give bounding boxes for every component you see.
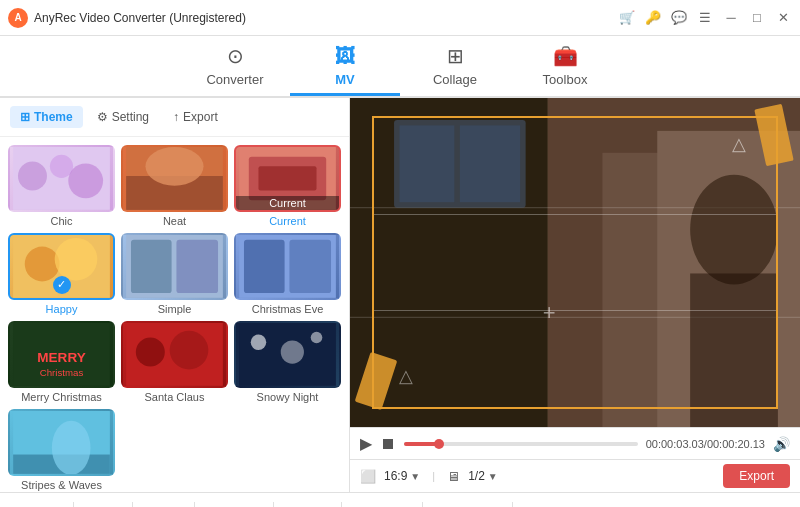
theme-grid: Chic Neat Current Current ✓: [0, 137, 349, 492]
ahead-button[interactable]: + + Ahead: [199, 501, 269, 508]
backward-button[interactable]: ▷ Backward: [427, 501, 508, 508]
separator: |: [432, 470, 435, 482]
title-bar-controls: 🛒 🔑 💬 ☰ ─ □ ✕: [618, 9, 792, 27]
svg-point-28: [311, 331, 323, 343]
title-bar: A AnyRec Video Converter (Unregistered) …: [0, 0, 800, 36]
theme-item-snowy[interactable]: Snowy Night: [234, 321, 341, 403]
subtab-export-label: Export: [183, 110, 218, 124]
chat-icon[interactable]: 💬: [670, 9, 688, 27]
time-current: 00:00:03.03: [646, 438, 704, 450]
app-title: AnyRec Video Converter (Unregistered): [34, 11, 246, 25]
svg-point-23: [136, 337, 165, 366]
current-label: Current: [236, 196, 339, 210]
theme-item-current[interactable]: Current Current: [234, 145, 341, 227]
close-button[interactable]: ✕: [774, 9, 792, 27]
svg-point-24: [170, 330, 209, 369]
cart-icon[interactable]: 🛒: [618, 9, 636, 27]
theme-label-simple: Simple: [158, 303, 192, 315]
volume-icon[interactable]: 🔊: [773, 436, 790, 452]
separator-6: [422, 502, 423, 508]
theme-label-christmas: Christmas Eve: [252, 303, 324, 315]
converter-icon: ⊙: [227, 44, 244, 68]
theme-thumb-snowy: [234, 321, 341, 388]
nav-tabs: ⊙ Converter 🖼 MV ⊞ Collage 🧰 Toolbox: [0, 36, 800, 98]
tab-toolbox[interactable]: 🧰 Toolbox: [510, 38, 620, 96]
svg-rect-17: [244, 240, 285, 293]
svg-rect-14: [131, 240, 172, 293]
video-preview: △ △ +: [350, 98, 800, 427]
screen-icon: ⬜: [360, 469, 376, 484]
sub-tabs: ⊞ Theme ⚙ Setting ↑ Export: [0, 98, 349, 137]
toolbox-icon: 🧰: [553, 44, 578, 68]
tab-converter-label: Converter: [206, 72, 263, 87]
tab-mv[interactable]: 🖼 MV: [290, 38, 400, 96]
video-controls2: ⬜ 16:9 ▼ | 🖥 1/2 ▼ Export: [350, 459, 800, 492]
separator-7: [512, 502, 513, 508]
separator-4: [273, 502, 274, 508]
arrow-top-right-icon: △: [732, 133, 746, 155]
svg-rect-18: [289, 240, 331, 293]
theme-item-santa[interactable]: Santa Claus: [121, 321, 228, 403]
aspect-dropdown-icon: ▼: [410, 471, 420, 482]
theme-thumb-merry: MERRYChristmas: [8, 321, 115, 388]
left-panel: ⊞ Theme ⚙ Setting ↑ Export Chic: [0, 98, 350, 492]
theme-label-happy: Happy: [46, 303, 78, 315]
edit-button[interactable]: ✦ Edit: [78, 501, 128, 508]
subtab-setting[interactable]: ⚙ Setting: [87, 106, 159, 128]
tab-toolbox-label: Toolbox: [543, 72, 588, 87]
time-display: 00:00:03.03/00:00:20.13: [646, 438, 765, 450]
separator-3: [194, 502, 195, 508]
theme-thumb-simple: [121, 233, 228, 300]
progress-bar[interactable]: [404, 442, 638, 446]
maximize-button[interactable]: □: [748, 9, 766, 27]
separator-1: [73, 502, 74, 508]
theme-thumb-chic: [8, 145, 115, 212]
theme-subtab-icon: ⊞: [20, 110, 30, 124]
arrow-bottom-left-icon: △: [399, 365, 413, 387]
key-icon[interactable]: 🔑: [644, 9, 662, 27]
subtab-setting-label: Setting: [112, 110, 149, 124]
minimize-button[interactable]: ─: [722, 9, 740, 27]
forward-button[interactable]: ◁ Forward: [346, 501, 418, 508]
theme-thumb-current: Current: [234, 145, 341, 212]
subtab-theme[interactable]: ⊞ Theme: [10, 106, 83, 128]
theme-thumb-christmas: [234, 233, 341, 300]
theme-label-current: Current: [269, 215, 306, 227]
add-button[interactable]: + Add ▼: [10, 501, 69, 508]
theme-item-stripes[interactable]: Stripes & Waves: [8, 409, 115, 491]
stop-button[interactable]: ⏹: [380, 435, 396, 453]
theme-item-merry[interactable]: MERRYChristmas Merry Christmas: [8, 321, 115, 403]
theme-item-chic[interactable]: Chic: [8, 145, 115, 227]
theme-label-merry: Merry Christmas: [21, 391, 102, 403]
progress-fill: [404, 442, 439, 446]
progress-dot: [434, 439, 444, 449]
aspect-ratio-select[interactable]: 16:9 ▼: [384, 469, 420, 483]
export-button[interactable]: Export: [723, 464, 790, 488]
play-button[interactable]: ▶: [360, 434, 372, 453]
theme-item-neat[interactable]: Neat: [121, 145, 228, 227]
theme-item-christmas[interactable]: Christmas Eve: [234, 233, 341, 315]
bottom-toolbar: + Add ▼ ✦ Edit ✂ Trim + + Ahead | Behind…: [0, 492, 800, 507]
theme-label-snowy: Snowy Night: [257, 391, 319, 403]
svg-point-12: [55, 238, 98, 281]
theme-item-happy[interactable]: ✓ Happy: [8, 233, 115, 315]
theme-item-simple[interactable]: Simple: [121, 233, 228, 315]
collage-icon: ⊞: [447, 44, 464, 68]
page-value: 1/2: [468, 469, 485, 483]
tab-collage[interactable]: ⊞ Collage: [400, 38, 510, 96]
subtab-export[interactable]: ↑ Export: [163, 106, 228, 128]
main-layout: ⊞ Theme ⚙ Setting ↑ Export Chic: [0, 98, 800, 492]
trim-button[interactable]: ✂ Trim: [137, 501, 190, 508]
empty-button[interactable]: 🗑 Empty: [517, 501, 582, 508]
svg-point-11: [25, 246, 60, 281]
page-select[interactable]: 1/2 ▼: [468, 469, 498, 483]
tab-converter[interactable]: ⊙ Converter: [180, 38, 290, 96]
time-total: 00:00:20.13: [707, 438, 765, 450]
behind-button[interactable]: | Behind: [278, 501, 338, 508]
menu-icon[interactable]: ☰: [696, 9, 714, 27]
theme-label-neat: Neat: [163, 215, 186, 227]
svg-point-1: [18, 162, 47, 191]
separator-2: [132, 502, 133, 508]
mv-icon: 🖼: [335, 45, 355, 68]
aspect-ratio-value: 16:9: [384, 469, 407, 483]
